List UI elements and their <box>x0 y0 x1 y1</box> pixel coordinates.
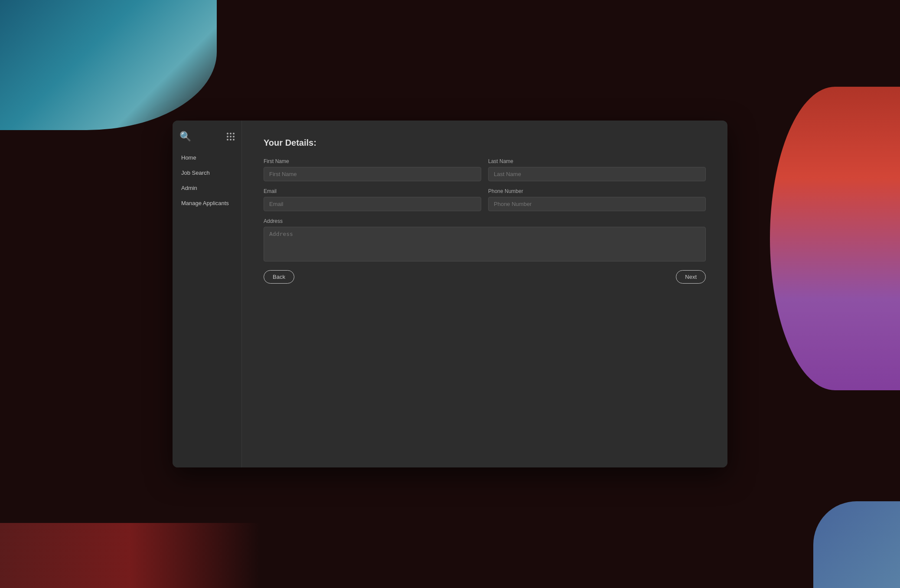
last-name-input[interactable] <box>488 167 706 181</box>
next-button[interactable]: Next <box>676 270 706 284</box>
logo-icon: 🔍 <box>179 131 191 142</box>
last-name-label: Last Name <box>488 158 706 164</box>
email-input[interactable] <box>264 197 481 211</box>
phone-input[interactable] <box>488 197 706 211</box>
email-group: Email <box>264 188 481 211</box>
first-name-input[interactable] <box>264 167 481 181</box>
back-button[interactable]: Back <box>264 270 294 284</box>
main-window: 🔍 Home Job Search Admin Manage Applicant… <box>173 121 727 467</box>
sidebar-item-job-search[interactable]: Job Search <box>174 166 240 180</box>
sidebar-item-admin[interactable]: Admin <box>174 181 240 195</box>
name-row: First Name Last Name <box>264 158 706 181</box>
bg-blob-bottom-right <box>813 501 900 588</box>
sidebar-header: 🔍 <box>173 127 241 151</box>
phone-group: Phone Number <box>488 188 706 211</box>
address-group: Address <box>264 218 706 261</box>
sidebar: 🔍 Home Job Search Admin Manage Applicant… <box>173 121 242 467</box>
bg-blob-right <box>770 87 900 390</box>
contact-row: Email Phone Number <box>264 188 706 211</box>
main-content: Your Details: First Name Last Name Email… <box>242 121 727 467</box>
sidebar-item-manage-applicants[interactable]: Manage Applicants <box>174 196 240 210</box>
bg-blob-top <box>0 0 217 130</box>
sidebar-item-home[interactable]: Home <box>174 151 240 164</box>
address-label: Address <box>264 218 706 224</box>
bg-blob-bottom-left <box>0 523 260 588</box>
last-name-group: Last Name <box>488 158 706 181</box>
first-name-label: First Name <box>264 158 481 164</box>
apps-icon[interactable] <box>227 133 235 140</box>
address-row: Address <box>264 218 706 261</box>
form-actions: Back Next <box>264 270 706 284</box>
address-input[interactable] <box>264 227 706 261</box>
phone-label: Phone Number <box>488 188 706 194</box>
form-title: Your Details: <box>264 138 706 148</box>
sidebar-nav: Home Job Search Admin Manage Applicants <box>173 151 241 210</box>
email-label: Email <box>264 188 481 194</box>
first-name-group: First Name <box>264 158 481 181</box>
